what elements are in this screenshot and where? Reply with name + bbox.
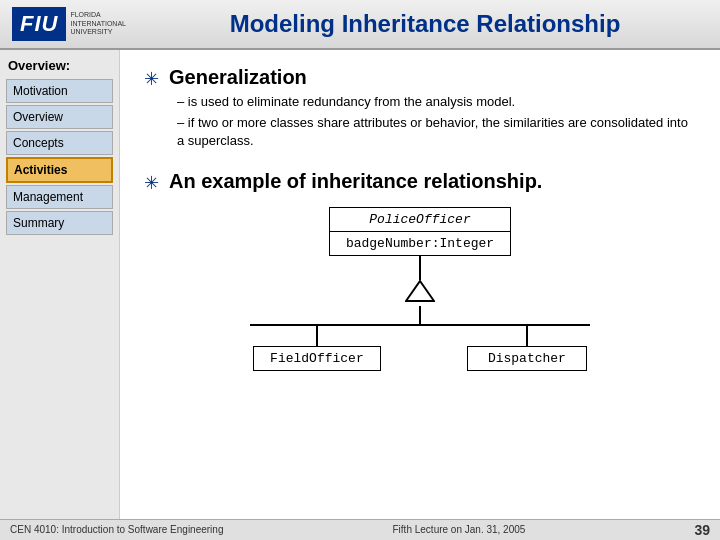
generalization-section: ✳ Generalization is used to eliminate re… — [144, 66, 696, 154]
uml-horizontal-line — [250, 324, 590, 326]
footer: CEN 4010: Introduction to Software Engin… — [0, 519, 720, 540]
uml-child2-line — [526, 326, 528, 346]
uml-line-from-parent — [419, 256, 421, 280]
header: FIU FLORIDA INTERNATIONALUNIVERSITY Mode… — [0, 0, 720, 50]
uml-parent-name: PoliceOfficer — [330, 208, 510, 232]
svg-marker-0 — [406, 281, 434, 301]
app-container: FIU FLORIDA INTERNATIONALUNIVERSITY Mode… — [0, 0, 720, 540]
uml-child1-name: FieldOfficer — [270, 351, 364, 366]
uml-line-from-arrow — [419, 306, 421, 324]
generalization-sub1: is used to eliminate redundancy from the… — [177, 93, 696, 111]
uml-parent-attr: badgeNumber:Integer — [330, 232, 510, 255]
sidebar-item-summary[interactable]: Summary — [6, 211, 113, 235]
footer-center: Fifth Lecture on Jan. 31, 2005 — [393, 524, 526, 535]
sidebar-item-activities[interactable]: Activities — [6, 157, 113, 183]
uml-child1-box: FieldOfficer — [253, 346, 381, 371]
sidebar-item-management[interactable]: Management — [6, 185, 113, 209]
generalization-title: Generalization — [169, 66, 696, 89]
generalization-row: ✳ Generalization is used to eliminate re… — [144, 66, 696, 154]
main-layout: Overview: Motivation Overview Concepts A… — [0, 50, 720, 519]
uml-parent-box: PoliceOfficer badgeNumber:Integer — [329, 207, 511, 256]
sidebar-overview-label: Overview: — [6, 58, 113, 73]
footer-left: CEN 4010: Introduction to Software Engin… — [10, 524, 223, 535]
logo: FIU — [12, 7, 66, 41]
sidebar-item-motivation[interactable]: Motivation — [6, 79, 113, 103]
uml-child2-box: Dispatcher — [467, 346, 587, 371]
fiu-subtext: FLORIDA INTERNATIONALUNIVERSITY — [70, 11, 142, 36]
generalization-content: Generalization is used to eliminate redu… — [169, 66, 696, 154]
uml-children-area: FieldOfficer Dispatcher — [210, 326, 630, 371]
sidebar-item-overview[interactable]: Overview — [6, 105, 113, 129]
uml-child1-line — [316, 326, 318, 346]
sidebar-item-concepts[interactable]: Concepts — [6, 131, 113, 155]
bullet-star-1: ✳ — [144, 68, 159, 90]
example-title: An example of inheritance relationship. — [169, 170, 542, 193]
example-row: ✳ An example of inheritance relationship… — [144, 170, 696, 197]
logo-area: FIU FLORIDA INTERNATIONALUNIVERSITY — [12, 7, 142, 41]
uml-inheritance-arrow — [405, 280, 435, 306]
sidebar: Overview: Motivation Overview Concepts A… — [0, 50, 120, 519]
footer-page: 39 — [694, 522, 710, 538]
uml-child2-name: Dispatcher — [488, 351, 566, 366]
example-content: An example of inheritance relationship. — [169, 170, 542, 197]
page-title: Modeling Inheritance Relationship — [142, 10, 708, 38]
content-area: ✳ Generalization is used to eliminate re… — [120, 50, 720, 519]
bullet-star-2: ✳ — [144, 172, 159, 194]
uml-child-1: FieldOfficer — [253, 326, 381, 371]
uml-diagram: PoliceOfficer badgeNumber:Integer — [144, 207, 696, 371]
example-section: ✳ An example of inheritance relationship… — [144, 170, 696, 371]
generalization-sub2: if two or more classes share attributes … — [177, 114, 696, 150]
uml-child-2: Dispatcher — [467, 326, 587, 371]
